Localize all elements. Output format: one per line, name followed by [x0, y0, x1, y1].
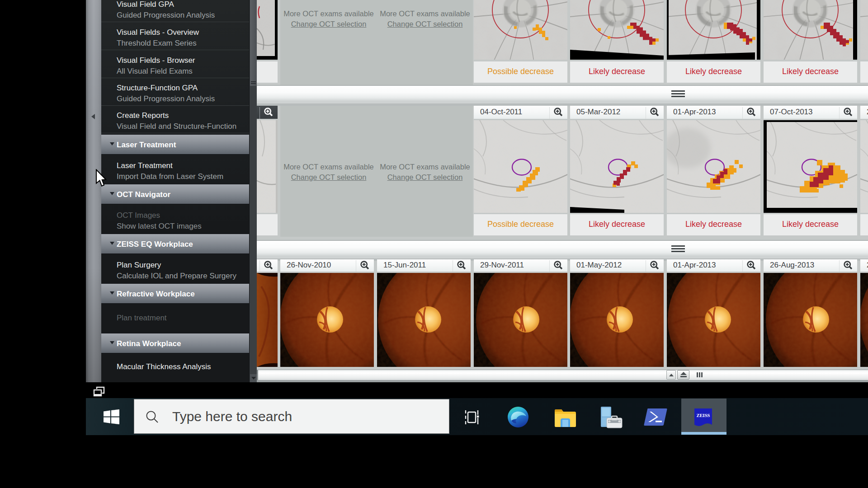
svg-text:ZEISS: ZEISS [697, 413, 710, 418]
